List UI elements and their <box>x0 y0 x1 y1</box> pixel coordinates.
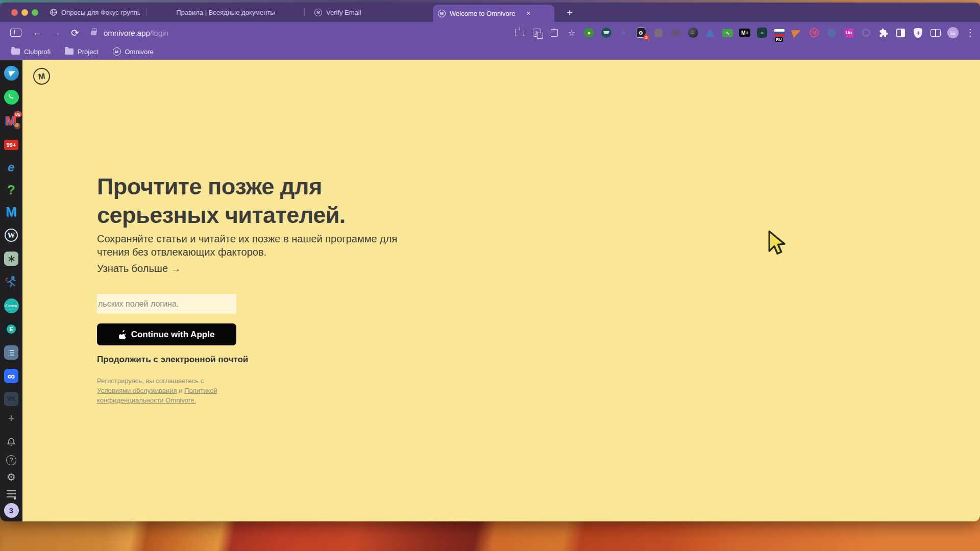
omnivore-icon: M <box>113 47 121 56</box>
wordpress-icon[interactable]: W <box>4 228 19 243</box>
continue-with-apple-button[interactable]: Continue with Apple <box>97 323 236 345</box>
terms-of-service-link[interactable]: Условиями обслуживания <box>97 387 177 394</box>
omnivore-extension-icon[interactable]: M <box>808 27 820 39</box>
screenshot-extension-icon[interactable]: 3 <box>635 27 647 39</box>
sidebar-toggle-icon[interactable] <box>10 29 21 37</box>
google-login-placeholder[interactable]: льских полей логина. <box>97 294 236 314</box>
dim-extension-icon[interactable] <box>670 27 682 39</box>
mail-99-icon[interactable]: 99+ <box>4 137 19 153</box>
split-view-icon[interactable] <box>929 27 942 39</box>
continue-with-email-link[interactable]: Продолжить с электронной почтой <box>97 355 248 365</box>
toolbar: ← → ⟳ omnivore.app/login あ ☆ ● ⠿ 3 ∴ ∿ <box>0 22 980 43</box>
save-download-icon[interactable] <box>513 27 526 39</box>
menu-dots-icon[interactable]: ⋮ <box>964 27 976 39</box>
sphere-extension-icon[interactable]: ∴ <box>687 27 699 39</box>
shield-plus-icon[interactable]: + <box>912 27 924 39</box>
browser-window: Опросы для Фокус группы (Отве Правила | … <box>0 3 980 521</box>
faded-circle-extension-icon[interactable] <box>860 27 872 39</box>
extension-row: あ ☆ ● ⠿ 3 ∴ ∿ M+ ⠶ RU M Un <box>513 22 976 43</box>
mplus-extension-icon[interactable]: M+ <box>739 27 751 39</box>
folder-icon <box>65 48 74 55</box>
tab-title: Опросы для Фокус группы (Отве <box>61 9 140 16</box>
runner-icon[interactable] <box>4 274 19 289</box>
tab-welcome-omnivore[interactable]: M Welcome to Omnivore × <box>433 5 554 22</box>
tab-surveys[interactable]: Опросы для Фокус группы (Отве <box>45 3 145 22</box>
un-extension-icon[interactable]: Un <box>843 27 855 39</box>
telegram-icon[interactable] <box>4 65 19 81</box>
green-extension-icon[interactable]: ● <box>583 27 595 39</box>
lock-icon[interactable] <box>91 31 96 35</box>
bookmark-label: Omnivore <box>125 48 154 56</box>
new-tab-button[interactable]: + <box>563 6 576 19</box>
page-title: Прочтите позже для серьезных читателей. <box>97 172 383 230</box>
url-host: omnivore.app <box>104 29 150 37</box>
apple-button-label: Continue with Apple <box>131 330 215 340</box>
bag-extension-icon[interactable] <box>652 27 665 39</box>
omnivore-logo: M <box>32 67 51 86</box>
vk-icon[interactable]: VK <box>4 391 19 407</box>
reload-button[interactable]: ⟳ <box>68 22 82 43</box>
tab-bar: Опросы для Фокус группы (Отве Правила | … <box>0 3 980 22</box>
bookmark-star-icon[interactable]: ☆ <box>566 27 578 39</box>
bookmark-omnivore[interactable]: MOmnivore <box>113 47 154 56</box>
address-bar[interactable]: omnivore.app/login <box>104 22 168 43</box>
terms-prefix: Регистрируясь, вы соглашаетесь с <box>97 377 204 385</box>
bookmark-label: Clubprofi <box>24 48 51 56</box>
gmail-icon[interactable]: M 85 <box>4 113 19 129</box>
omnivore-login-page: M Прочтите позже для серьезных читателей… <box>22 60 980 521</box>
notifications-bell-icon[interactable] <box>4 435 19 450</box>
teal-dots-extension-icon[interactable]: ⠶ <box>756 27 768 39</box>
bookmark-project[interactable]: Project <box>65 48 98 56</box>
card-extension-icon[interactable]: ∿ <box>721 27 733 39</box>
whatsapp-icon[interactable] <box>4 89 19 105</box>
translate-icon[interactable]: あ <box>531 27 543 39</box>
avatar <box>14 122 21 130</box>
question-help-icon[interactable]: ? <box>4 182 19 197</box>
tab-rules[interactable]: Правила | Всеядные документы <box>150 3 301 22</box>
tab-separator <box>146 9 146 16</box>
email-finder-icon[interactable]: e <box>4 160 19 175</box>
paper-plane-icon[interactable] <box>791 27 803 39</box>
canva-icon[interactable]: Canva <box>4 298 19 313</box>
chatgpt-icon[interactable] <box>4 251 19 266</box>
learn-more-link[interactable]: Узнать больше → <box>97 263 181 274</box>
tab-title: Welcome to Omnivore <box>450 10 515 17</box>
e-dark-icon[interactable]: E <box>4 321 19 337</box>
tab-title: Правила | Всеядные документы <box>176 9 275 16</box>
dots-extension-icon[interactable]: ⠿ <box>618 27 630 39</box>
page-subtitle: Сохраняйте статьи и читайте их позже в н… <box>97 232 398 259</box>
triangle-extension-icon[interactable] <box>704 27 716 39</box>
back-button[interactable]: ← <box>31 22 44 43</box>
apple-icon <box>119 330 127 339</box>
desktop: Опросы для Фокус группы (Отве Правила | … <box>0 0 980 551</box>
tab-verify-email[interactable]: M Verify Email <box>309 3 424 22</box>
share-icon[interactable] <box>548 27 560 39</box>
add-app-button[interactable]: + <box>4 411 19 426</box>
close-window-button[interactable] <box>11 9 18 16</box>
bookmarks-bar: Clubprofi Project MOmnivore <box>0 43 980 60</box>
omnivore-icon: M <box>314 9 322 16</box>
side-panel-icon[interactable] <box>895 27 907 39</box>
bookmark-label: Project <box>78 48 98 56</box>
app-sidebar: M 85 99+ e ? M W Canva E <box>0 60 22 521</box>
infinity-icon[interactable]: ∞ <box>4 368 19 384</box>
profile-count-badge[interactable]: 3 <box>4 503 19 518</box>
m-service-icon[interactable]: M <box>4 204 19 219</box>
bookmark-clubprofi[interactable]: Clubprofi <box>11 48 51 56</box>
queue-list-icon[interactable] <box>4 486 19 502</box>
checklist-icon[interactable] <box>4 345 19 360</box>
help-icon[interactable]: ? <box>4 453 19 468</box>
zoom-window-button[interactable] <box>32 9 38 16</box>
terms-and: и <box>177 387 185 394</box>
close-tab-icon[interactable]: × <box>526 9 530 17</box>
omnivore-icon: M <box>438 10 446 17</box>
forward-button[interactable]: → <box>50 22 63 43</box>
ru-translate-icon[interactable]: RU <box>773 27 786 39</box>
settings-gear-icon[interactable]: ⚙ <box>4 469 19 485</box>
wave-extension-icon[interactable] <box>600 27 612 39</box>
tab-separator <box>304 9 305 16</box>
faded-blue-extension-icon[interactable] <box>825 27 838 39</box>
puzzle-extensions-icon[interactable] <box>877 27 890 39</box>
profile-avatar[interactable]: 🜲 <box>947 27 959 39</box>
minimize-window-button[interactable] <box>21 9 28 16</box>
